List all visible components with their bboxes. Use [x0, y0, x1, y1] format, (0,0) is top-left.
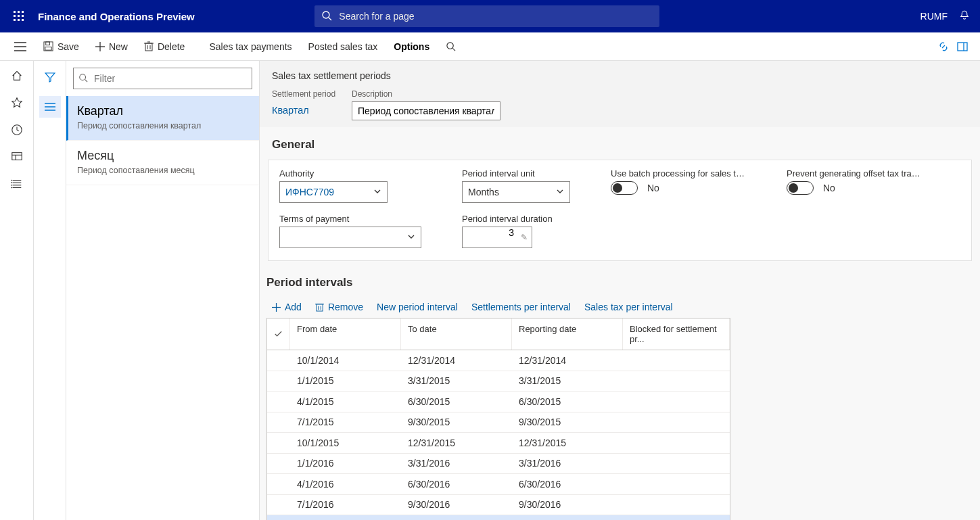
cell-rep[interactable]: 9/30/2015 — [512, 417, 623, 427]
filter-input[interactable] — [73, 68, 252, 89]
cell-from[interactable]: 4/1/2015 — [290, 396, 401, 407]
rep-header[interactable]: Reporting date — [512, 318, 623, 350]
cell-to[interactable]: 3/31/2015 — [401, 375, 512, 386]
settlements-label: Settlements per interval — [471, 302, 571, 312]
svg-rect-3 — [14, 15, 16, 17]
batch-label: Use batch processing for sales tax s... — [611, 168, 746, 179]
duration-value: 3 — [509, 227, 514, 238]
delete-button[interactable]: Delete — [137, 37, 191, 56]
salestax-button[interactable]: Sales tax per interval — [584, 302, 673, 312]
hamburger-icon[interactable] — [14, 42, 26, 51]
filter-icon[interactable] — [39, 66, 61, 88]
table-row[interactable]: 4/1/20166/30/20166/30/2016 — [267, 474, 730, 495]
offset-toggle[interactable] — [787, 181, 814, 195]
list-view-icon[interactable] — [39, 96, 61, 118]
user-label[interactable]: RUMF — [920, 11, 948, 22]
chevron-down-icon — [407, 233, 415, 241]
cell-rep[interactable]: 12/31/2014 — [512, 355, 623, 366]
link-icon[interactable] — [938, 41, 949, 52]
unit-label: Period interval unit — [462, 168, 570, 179]
new-period-button[interactable]: New period interval — [377, 302, 458, 312]
svg-rect-19 — [145, 43, 152, 51]
table-row[interactable]: 1/1/20163/31/20163/31/2016 — [267, 454, 730, 475]
to-header[interactable]: To date — [401, 318, 512, 350]
settlement-period-value[interactable]: Квартал — [272, 101, 340, 119]
authority-select[interactable]: ИФНС7709 — [279, 181, 388, 203]
settlements-button[interactable]: Settlements per interval — [471, 302, 571, 312]
modules-icon[interactable] — [10, 177, 24, 191]
cell-from[interactable]: 1/1/2015 — [290, 375, 401, 386]
bell-icon[interactable] — [958, 9, 972, 23]
cell-from[interactable]: 4/1/2016 — [290, 479, 401, 490]
detail-pane: Sales tax settlement periods Settlement … — [260, 61, 980, 520]
save-label: Save — [57, 41, 79, 52]
star-icon[interactable] — [10, 96, 24, 110]
cell-from[interactable]: 10/1/2015 — [290, 438, 401, 448]
remove-button[interactable]: Remove — [315, 302, 363, 312]
chevron-down-icon — [373, 187, 381, 195]
cell-rep[interactable]: 12/31/2015 — [512, 438, 623, 448]
list-item[interactable]: Месяц Период сопоставления месяц — [66, 141, 259, 185]
list-item-title: Квартал — [77, 104, 248, 118]
svg-rect-8 — [22, 19, 24, 21]
options-button[interactable]: Options — [387, 37, 436, 56]
cell-to[interactable]: 3/31/2016 — [401, 458, 512, 469]
general-section-title[interactable]: General — [260, 127, 980, 160]
actionbar-search-button[interactable] — [439, 37, 463, 55]
cell-to[interactable]: 9/30/2016 — [401, 499, 512, 510]
select-all-header[interactable] — [267, 318, 290, 350]
table-row[interactable]: 7/1/20169/30/20169/30/2016 — [267, 495, 730, 516]
waffle-icon[interactable] — [8, 5, 30, 27]
blk-header[interactable]: Blocked for settlement pr... — [623, 318, 730, 350]
workspace-icon[interactable] — [10, 150, 24, 164]
cell-from[interactable]: 7/1/2015 — [290, 417, 401, 427]
svg-rect-2 — [22, 11, 24, 13]
period-intervals-title[interactable]: Period intervals — [266, 273, 972, 298]
cell-to[interactable]: 12/31/2014 — [401, 355, 512, 366]
posted-sales-tax-button[interactable]: Posted sales tax — [302, 37, 385, 56]
terms-select[interactable] — [279, 227, 421, 248]
from-header[interactable]: From date — [290, 318, 401, 350]
table-row[interactable]: 4/1/20156/30/20156/30/2015 — [267, 392, 730, 412]
cell-rep[interactable]: 6/30/2016 — [512, 479, 623, 490]
svg-rect-15 — [46, 42, 50, 45]
cell-to[interactable]: 9/30/2015 — [401, 417, 512, 427]
svg-line-25 — [453, 48, 456, 51]
svg-rect-6 — [14, 19, 16, 21]
home-icon[interactable] — [10, 69, 24, 82]
table-row[interactable]: 10/1/201512/31/201512/31/2015 — [267, 433, 730, 454]
table-row[interactable]: 7/1/20159/30/20159/30/2015 — [267, 412, 730, 433]
clock-icon[interactable] — [10, 123, 24, 137]
description-input[interactable] — [352, 101, 500, 120]
cell-from[interactable]: 10/1/2014 — [290, 355, 401, 366]
list-item[interactable]: Квартал Период сопоставления квартал — [66, 96, 259, 141]
table-row[interactable]: 1/1/20153/31/20153/31/2015 — [267, 371, 730, 392]
cell-from[interactable]: 7/1/2016 — [290, 499, 401, 510]
batch-toggle[interactable] — [611, 181, 638, 195]
svg-line-44 — [85, 80, 88, 82]
new-label: New — [109, 41, 128, 52]
batch-value: No — [647, 183, 659, 193]
new-button[interactable]: New — [89, 37, 135, 56]
list-items: Квартал Период сопоставления кварталМеся… — [66, 96, 259, 520]
panel-icon[interactable] — [957, 41, 968, 52]
unit-select[interactable]: Months — [462, 181, 570, 203]
list-pane: Квартал Период сопоставления кварталМеся… — [34, 61, 260, 520]
cell-from[interactable]: 1/1/2016 — [290, 458, 401, 469]
svg-rect-0 — [14, 11, 16, 13]
save-button[interactable]: Save — [37, 37, 86, 56]
sales-tax-payments-button[interactable]: Sales tax payments — [202, 37, 298, 56]
cell-to[interactable]: 12/31/2015 — [401, 438, 512, 448]
cell-rep[interactable]: 6/30/2015 — [512, 396, 623, 407]
cell-rep[interactable]: 3/31/2016 — [512, 458, 623, 469]
cell-rep[interactable]: 9/30/2016 — [512, 499, 623, 510]
cell-to[interactable]: 6/30/2015 — [401, 396, 512, 407]
search-input[interactable] — [314, 5, 659, 27]
duration-input[interactable]: 3 ✎ — [462, 227, 532, 248]
app-title: Finance and Operations Preview — [38, 11, 195, 22]
table-row[interactable]: 10/1/201612/31/201612/30/2016 — [267, 515, 730, 520]
cell-to[interactable]: 6/30/2016 — [401, 479, 512, 490]
cell-rep[interactable]: 3/31/2015 — [512, 375, 623, 386]
add-button[interactable]: Add — [272, 302, 302, 312]
table-row[interactable]: 10/1/201412/31/201412/31/2014 — [267, 350, 730, 371]
